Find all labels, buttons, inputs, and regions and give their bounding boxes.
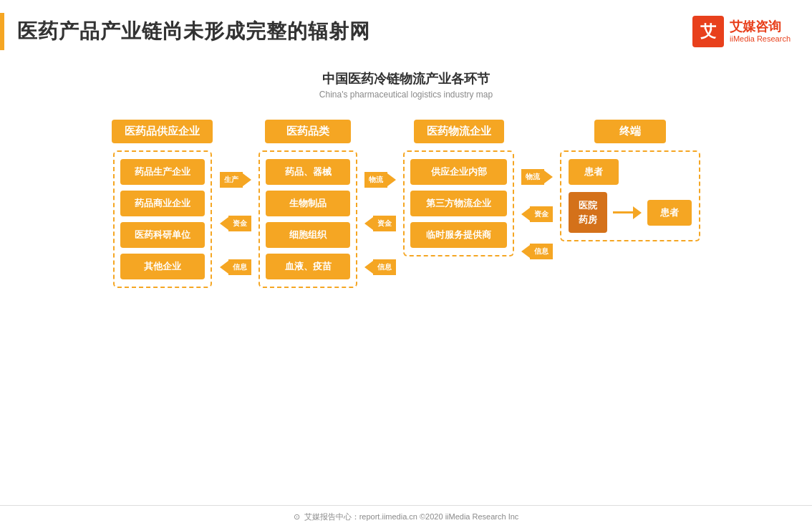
- logo-text: 艾媒咨询 iiMedia Research: [730, 19, 791, 44]
- column-logistics: 医药物流企业 供应企业内部 第三方物流企业 临时服务提供商: [403, 120, 514, 256]
- arrow-xinxi1: 信息: [220, 259, 251, 275]
- col4-item-hospital: 医院药房: [569, 192, 607, 233]
- arrow-zijin2-label: 资金: [373, 216, 396, 231]
- arrow-xinxi1-head: [220, 261, 228, 274]
- footer-icon: ⊙: [294, 512, 300, 522]
- logo-en: iiMedia Research: [730, 34, 791, 44]
- footer-text: 艾媒报告中心：report.iimedia.cn ©2020 iiMedia R…: [304, 512, 519, 522]
- col4-item-patient-top: 患者: [569, 159, 619, 185]
- arrow-xinxi2: 信息: [364, 259, 396, 275]
- col1-item-0: 药品生产企业: [120, 159, 205, 185]
- arrow-wuliu1-head: [387, 173, 396, 186]
- arrow-zijin2: 资金: [364, 216, 396, 231]
- arrow-zijin3: 资金: [521, 206, 553, 222]
- logo-area: 艾 艾媒咨询 iiMedia Research: [692, 16, 791, 47]
- column-terminal: 终端 患者 医院药房 患者: [560, 120, 700, 241]
- col1-item-2: 医药科研单位: [120, 222, 205, 248]
- col1-header: 医药品供应企业: [112, 120, 213, 143]
- arrow-wuliu1: 物流: [364, 172, 396, 188]
- arrow-zijin1-head: [220, 217, 228, 230]
- col3-dashed-box: 供应企业内部 第三方物流企业 临时服务提供商: [403, 150, 514, 256]
- arrow-zijin2-head: [364, 217, 373, 230]
- col2-header: 医药品类: [265, 120, 351, 143]
- arrow-shengchan-head: [243, 173, 251, 186]
- arrows-1-2: 生产 资金 信息: [213, 120, 258, 289]
- arrow-xinxi3-label: 信息: [530, 244, 553, 259]
- header: 医药产品产业链尚未形成完整的辐射网 艾 艾媒咨询 iiMedia Researc…: [0, 0, 812, 57]
- arrow-xinxi3: 信息: [521, 244, 553, 259]
- arrows-3-4: 物流 资金 信息: [514, 120, 560, 270]
- page-title: 医药产品产业链尚未形成完整的辐射网: [17, 18, 370, 45]
- arrows-2-3: 物流 资金 信息: [357, 120, 403, 289]
- col2-item-2: 细胞组织: [266, 222, 350, 248]
- arrow-zijin1-label: 资金: [228, 216, 251, 231]
- logo-icon: 艾: [692, 16, 724, 47]
- arrow-wuliu2-head: [544, 171, 553, 183]
- col2-item-0: 药品、器械: [266, 159, 350, 185]
- col3-item-0: 供应企业内部: [410, 159, 507, 185]
- col4-header: 终端: [594, 120, 666, 143]
- main-diagram: 医药品供应企业 药品生产企业 药品商业企业 医药科研单位 其他企业 生产 资金 …: [0, 107, 812, 289]
- col4-dashed-box: 患者 医院药房 患者: [560, 150, 700, 241]
- arrow-xinxi1-label: 信息: [228, 259, 251, 275]
- col3-header: 医药物流企业: [414, 120, 504, 143]
- chart-title-en: China's pharmaceutical logistics industr…: [0, 90, 812, 100]
- arrow-shengchan-label: 生产: [220, 172, 243, 188]
- col3-item-1: 第三方物流企业: [410, 191, 507, 216]
- arrow-wuliu2-label: 物流: [521, 169, 544, 185]
- col2-item-3: 血液、疫苗: [266, 254, 350, 279]
- col4-item-patient-bottom: 患者: [647, 200, 692, 226]
- col1-dashed-box: 药品生产企业 药品商业企业 医药科研单位 其他企业: [113, 150, 212, 288]
- footer: ⊙ 艾媒报告中心：report.iimedia.cn ©2020 iiMedia…: [0, 505, 812, 528]
- arrow-hospital-head: [633, 206, 642, 219]
- column-category: 医药品类 药品、器械 生物制品 细胞组织 血液、疫苗: [258, 120, 357, 288]
- header-accent-bar: [0, 13, 4, 50]
- col3-item-2: 临时服务提供商: [410, 222, 507, 248]
- arrow-wuliu2: 物流: [521, 169, 553, 185]
- arrow-hospital-body: [613, 211, 633, 213]
- chart-title-area: 中国医药冷链物流产业各环节 China's pharmaceutical log…: [0, 70, 812, 100]
- arrow-wuliu1-label: 物流: [364, 172, 387, 188]
- arrow-hospital-to-patient: [613, 206, 642, 219]
- arrow-zijin1: 资金: [220, 216, 251, 231]
- col4-hospital-row: 医院药房 患者: [569, 192, 692, 233]
- arrow-xinxi2-label: 信息: [373, 259, 396, 275]
- column-supply: 医药品供应企业 药品生产企业 药品商业企业 医药科研单位 其他企业: [112, 120, 213, 288]
- arrow-zijin3-label: 资金: [530, 206, 553, 222]
- arrow-shengchan: 生产: [220, 172, 251, 188]
- col1-item-1: 药品商业企业: [120, 191, 205, 216]
- arrow-zijin3-head: [521, 208, 530, 221]
- arrow-xinxi3-head: [521, 245, 530, 258]
- chart-title-cn: 中国医药冷链物流产业各环节: [0, 70, 812, 87]
- logo-cn: 艾媒咨询: [730, 19, 791, 35]
- col2-dashed-box: 药品、器械 生物制品 细胞组织 血液、疫苗: [258, 150, 357, 288]
- col2-item-1: 生物制品: [266, 191, 350, 216]
- arrow-xinxi2-head: [364, 261, 373, 274]
- col1-item-3: 其他企业: [120, 254, 205, 279]
